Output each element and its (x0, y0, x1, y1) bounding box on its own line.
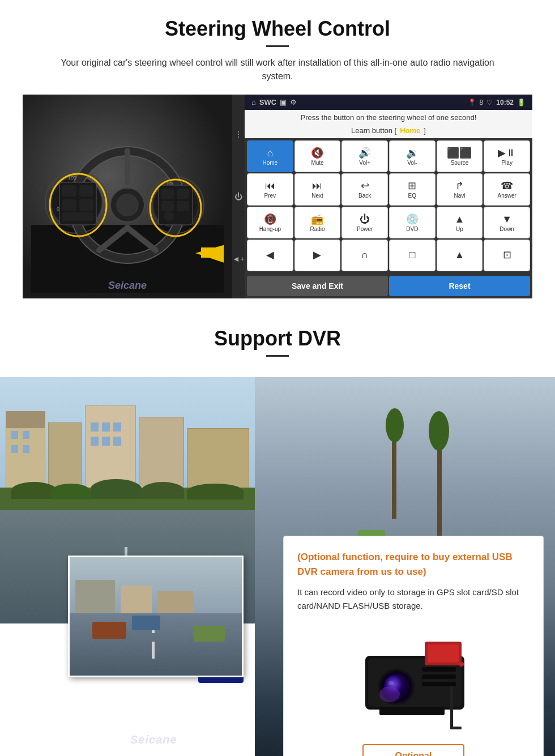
dvr-inset-screenshot (68, 556, 244, 677)
r3-btn-icon: ∩ (361, 250, 369, 260)
play-btn-icon: ▶⏸ (498, 148, 516, 158)
navi-btn-icon: ↱ (455, 181, 464, 191)
up-btn-icon: ▲ (455, 214, 465, 224)
swc-btn-answer[interactable]: ☎ Answer (484, 173, 530, 205)
eq-btn-label: EQ (408, 193, 416, 199)
svg-point-13 (116, 194, 139, 216)
swc-btn-vol-plus[interactable]: 🔊 Vol+ (341, 140, 388, 172)
svg-rect-36 (428, 644, 459, 663)
swc-btn-source[interactable]: ⬛⬛ Source (437, 140, 483, 172)
side-volume-icon[interactable]: ◄+ (232, 254, 245, 263)
home-btn-label: Home (262, 160, 278, 166)
svg-rect-29 (201, 247, 224, 258)
side-power-icon[interactable]: ⏻ (234, 192, 242, 201)
mute-btn-icon: 🔇 (311, 148, 323, 158)
dvd-btn-label: DVD (406, 226, 418, 232)
svg-rect-45 (422, 667, 456, 672)
swc-buttons-grid: ⌂ Home 🔇 Mute 🔊 Vol+ 🔉 Vol- ⬛⬛ Sour (245, 138, 532, 274)
seicane-dvr-watermark: Seicane (130, 733, 177, 746)
svg-rect-18 (79, 199, 93, 211)
swc-btn-down[interactable]: ▼ Down (484, 207, 530, 238)
svg-text:100: 100 (68, 175, 76, 181)
next-btn-icon: ⏭ (312, 181, 322, 191)
answer-btn-label: Answer (497, 193, 516, 199)
swc-btn-back[interactable]: ↩ Back (341, 173, 388, 205)
svg-rect-43 (450, 684, 453, 729)
image-icon: ▣ (280, 98, 287, 106)
up-btn-label: Up (456, 226, 463, 232)
prev-btn-icon: ⏮ (265, 181, 275, 191)
swc-btn-vol-minus[interactable]: 🔉 Vol- (389, 140, 436, 172)
mute-btn-label: Mute (311, 160, 323, 166)
reset-button[interactable]: Reset (389, 276, 530, 296)
swc-btn-home[interactable]: ⌂ Home (247, 140, 293, 172)
swc-footer: Save and Exit Reset (245, 274, 532, 298)
next-btn-label: Next (311, 193, 323, 199)
swc-btn-r5[interactable]: ▲ (437, 240, 483, 271)
dvr-title: Support DVR (23, 327, 532, 351)
swc-btn-r3[interactable]: ∩ (341, 240, 388, 271)
home-btn-icon: ⌂ (267, 148, 273, 158)
play-btn-label: Play (501, 160, 512, 166)
back-btn-label: Back (358, 193, 371, 199)
swc-btn-play[interactable]: ▶⏸ Play (484, 140, 530, 172)
prev-btn-label: Prev (264, 193, 276, 199)
svg-rect-19 (62, 212, 93, 221)
dvr-info-text: It can record video only to storage in G… (297, 586, 530, 613)
svg-point-41 (379, 686, 400, 702)
eq-btn-icon: ⊞ (408, 181, 416, 191)
title-divider (266, 45, 289, 47)
swc-image-area: 100 0 80 Seicane ⋮ ⏻ ◄+ ⌂ SWC (23, 95, 532, 298)
radio-btn-label: Radio (310, 226, 325, 232)
swc-panel-header: ⌂ SWC ▣ ⚙ 📍 8 ♡ 10:52 🔋 (245, 95, 532, 110)
swc-btn-r4[interactable]: □ (389, 240, 436, 271)
r5-btn-icon: ▲ (455, 250, 465, 260)
swc-header-left: ⌂ SWC ▣ ⚙ (251, 98, 297, 106)
swc-btn-r2[interactable]: ▶ (294, 240, 341, 271)
svg-rect-21 (161, 189, 174, 199)
r4-btn-icon: □ (409, 250, 415, 260)
settings-icon: ⚙ (290, 98, 297, 106)
swc-btn-hangup[interactable]: 📵 Hang-up (247, 207, 293, 238)
down-btn-icon: ▼ (502, 214, 512, 224)
save-exit-button[interactable]: Save and Exit (247, 276, 388, 296)
swc-btn-r6[interactable]: ⊡ (484, 240, 530, 271)
swc-label: SWC (259, 98, 276, 106)
swc-btn-prev[interactable]: ⏮ Prev (247, 173, 293, 205)
svg-rect-49 (379, 707, 445, 715)
close-bracket: ] (424, 126, 426, 135)
battery-full-icon: 🔋 (517, 99, 526, 106)
down-btn-label: Down (500, 226, 514, 232)
swc-instruction: Press the button on the steering wheel o… (245, 110, 532, 125)
swc-btn-dvd[interactable]: 💿 DVD (389, 207, 436, 238)
volplus-btn-icon: 🔊 (358, 148, 371, 158)
swc-title: Steering Wheel Control (23, 17, 532, 41)
swc-btn-up[interactable]: ▲ Up (437, 207, 483, 238)
swc-btn-r1[interactable]: ◀ (247, 240, 293, 271)
navi-btn-label: Navi (454, 193, 465, 199)
svg-rect-44 (450, 727, 462, 729)
dvr-title-divider (266, 355, 289, 357)
learn-home-label: Home (400, 126, 420, 135)
svg-rect-47 (422, 682, 456, 686)
swc-btn-navi[interactable]: ↱ Navi (437, 173, 483, 205)
optional-function-button[interactable]: Optional Function (362, 744, 464, 756)
swc-btn-eq[interactable]: ⊞ EQ (389, 173, 436, 205)
swc-btn-radio[interactable]: 📻 Radio (294, 207, 341, 238)
swc-btn-power[interactable]: ⏻ Power (341, 207, 388, 238)
volminus-btn-label: Vol- (407, 160, 417, 166)
swc-btn-mute[interactable]: 🔇 Mute (294, 140, 341, 172)
hangup-btn-label: Hang-up (259, 226, 281, 232)
svg-rect-16 (79, 185, 93, 197)
power-btn-label: Power (357, 226, 373, 232)
swc-panel: ⌂ SWC ▣ ⚙ 📍 8 ♡ 10:52 🔋 Press the button… (245, 95, 532, 298)
side-menu-icon[interactable]: ⋮ (234, 130, 242, 139)
time-display: 10:52 (496, 99, 514, 106)
svg-rect-24 (177, 201, 189, 211)
source-btn-label: Source (451, 160, 469, 166)
r2-btn-icon: ▶ (313, 250, 321, 260)
source-btn-icon: ⬛⬛ (447, 148, 472, 158)
dvr-info-card: (Optional function, require to buy exter… (283, 536, 544, 756)
swc-btn-next[interactable]: ⏭ Next (294, 173, 341, 205)
power-btn-icon: ⏻ (360, 214, 370, 224)
